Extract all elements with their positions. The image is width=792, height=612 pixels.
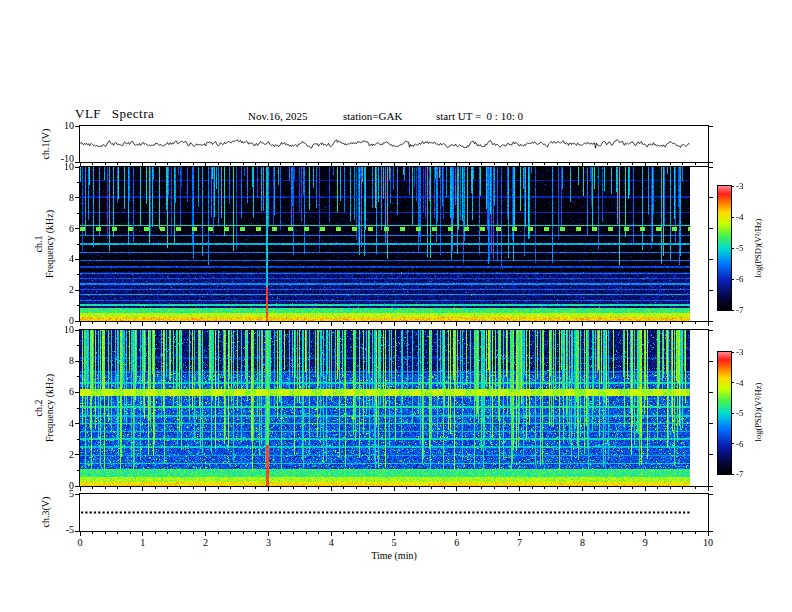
x-minor-tick — [306, 487, 307, 489]
x-minor-tick — [167, 487, 168, 489]
x-minor-tick — [431, 322, 432, 324]
x-minor-tick — [657, 322, 658, 324]
ch2-spectrogram-panel — [79, 329, 709, 487]
y-major-tick — [75, 259, 79, 260]
x-minor-tick — [507, 487, 508, 489]
x-minor-tick — [343, 322, 344, 324]
x-tick-label: 5 — [381, 537, 407, 549]
x-minor-tick — [632, 532, 633, 534]
x-minor-tick — [130, 163, 131, 165]
y-tick-label: 0 — [48, 480, 74, 492]
x-minor-tick — [557, 487, 558, 489]
x-minor-tick — [318, 322, 319, 324]
x-minor-tick — [469, 163, 470, 165]
x-minor-tick — [419, 487, 420, 489]
x-minor-tick — [444, 532, 445, 534]
x-minor-tick — [507, 532, 508, 534]
y-major-tick — [75, 494, 79, 495]
x-major-tick — [645, 163, 646, 167]
x-minor-tick — [293, 163, 294, 165]
x-minor-tick — [406, 532, 407, 534]
x-major-tick — [205, 322, 206, 326]
y-minor-tick — [77, 408, 79, 409]
x-minor-tick — [356, 322, 357, 324]
x-tick-label: 7 — [507, 537, 533, 549]
x-major-tick — [456, 487, 457, 491]
x-minor-tick — [620, 532, 621, 534]
y-major-tick — [709, 423, 713, 424]
x-minor-tick — [280, 487, 281, 489]
x-minor-tick — [632, 487, 633, 489]
x-minor-tick — [280, 163, 281, 165]
x-minor-tick — [368, 532, 369, 534]
colorbar-tick — [731, 382, 734, 383]
x-minor-tick — [481, 532, 482, 534]
x-minor-tick — [594, 487, 595, 489]
x-minor-tick — [695, 487, 696, 489]
y-tick-label: 4 — [48, 253, 74, 265]
x-major-tick — [80, 163, 81, 167]
y-major-tick — [709, 361, 713, 362]
x-minor-tick — [594, 163, 595, 165]
x-minor-tick — [682, 487, 683, 489]
x-minor-tick — [682, 322, 683, 324]
ch1-spectrogram-panel — [79, 166, 709, 322]
x-minor-tick — [657, 532, 658, 534]
x-major-tick — [142, 487, 143, 491]
x-minor-tick — [507, 163, 508, 165]
y-major-tick — [75, 454, 79, 455]
x-minor-tick — [155, 163, 156, 165]
ch1-waveform-canvas — [80, 126, 708, 162]
x-minor-tick — [193, 163, 194, 165]
y-minor-tick — [77, 182, 79, 183]
x-minor-tick — [218, 532, 219, 534]
station-label: station=GAK — [343, 110, 402, 122]
colorbar-tick — [731, 413, 734, 414]
colorbar-tick-label: -5 — [736, 243, 744, 253]
x-minor-tick — [544, 322, 545, 324]
x-major-tick — [394, 532, 395, 536]
x-minor-tick — [670, 322, 671, 324]
x-minor-tick — [306, 532, 307, 534]
x-minor-tick — [368, 487, 369, 489]
x-minor-tick — [117, 163, 118, 165]
x-major-tick — [582, 487, 583, 491]
x-minor-tick — [280, 322, 281, 324]
x-minor-tick — [280, 532, 281, 534]
ch1-spectrogram-canvas — [80, 167, 708, 321]
x-minor-tick — [356, 532, 357, 534]
x-axis-label: Time (min) — [349, 550, 439, 561]
x-minor-tick — [155, 532, 156, 534]
ch2-spectrogram-ylabel: ch.2 Frequency (kHz) — [33, 352, 55, 464]
x-major-tick — [519, 163, 520, 167]
x-minor-tick — [92, 532, 93, 534]
y-major-tick — [75, 228, 79, 229]
x-minor-tick — [381, 532, 382, 534]
frequency-axis-label: Frequency (kHz) — [44, 188, 55, 300]
x-minor-tick — [255, 163, 256, 165]
x-major-tick — [142, 322, 143, 326]
x-tick-label: 1 — [130, 537, 156, 549]
colorbar-tick — [731, 279, 734, 280]
x-minor-tick — [343, 487, 344, 489]
x-minor-tick — [293, 487, 294, 489]
x-minor-tick — [695, 532, 696, 534]
x-minor-tick — [481, 487, 482, 489]
frequency-axis-label: Frequency (kHz) — [44, 352, 55, 464]
x-minor-tick — [230, 163, 231, 165]
x-major-tick — [582, 163, 583, 167]
x-minor-tick — [180, 163, 181, 165]
x-tick-label: 3 — [255, 537, 281, 549]
x-minor-tick — [193, 322, 194, 324]
x-major-tick — [205, 487, 206, 491]
x-minor-tick — [193, 487, 194, 489]
x-minor-tick — [431, 487, 432, 489]
y-major-tick — [709, 197, 713, 198]
x-minor-tick — [155, 487, 156, 489]
x-minor-tick — [469, 487, 470, 489]
figure-title: VLF Spectra — [75, 106, 154, 122]
x-minor-tick — [557, 322, 558, 324]
x-minor-tick — [557, 532, 558, 534]
x-tick-label: 4 — [318, 537, 344, 549]
y-tick-label: 8 — [48, 192, 74, 204]
